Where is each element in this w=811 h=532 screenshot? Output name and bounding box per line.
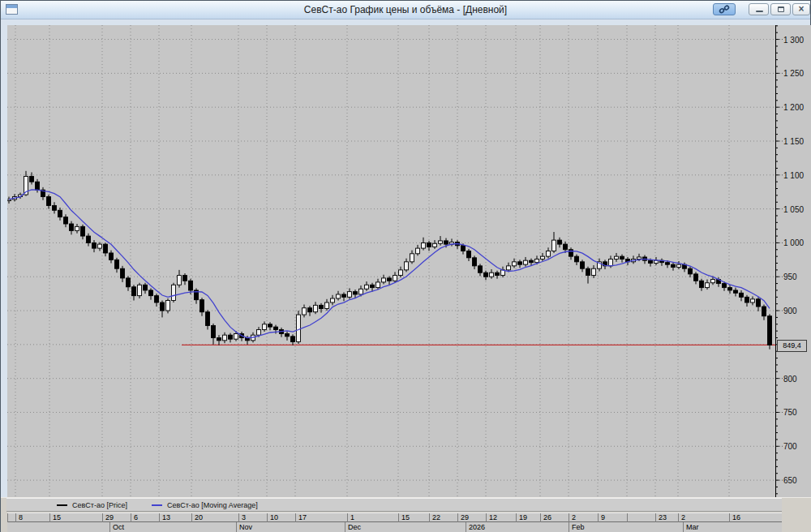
candle-body xyxy=(745,297,749,302)
week-cell xyxy=(7,513,15,522)
chain-icon xyxy=(714,4,735,15)
candle-body xyxy=(274,327,278,329)
ma-series-label: СевСт-ао [Moving Average] xyxy=(167,501,258,509)
candle-body xyxy=(64,217,68,224)
candle-body xyxy=(268,324,272,327)
candle-body xyxy=(200,300,204,312)
candle-body xyxy=(399,270,403,276)
candle-body xyxy=(762,307,766,316)
week-cell: 2 xyxy=(678,513,729,522)
candle-body xyxy=(132,287,136,296)
close-button[interactable]: × xyxy=(792,3,810,15)
candle-body xyxy=(303,308,307,315)
candle-body xyxy=(155,296,159,302)
candle-body xyxy=(700,281,704,287)
candle-body xyxy=(592,268,596,275)
price-series-swatch xyxy=(57,504,67,506)
price-series-label: СевСт-ао [Price] xyxy=(72,501,127,509)
candle-body xyxy=(694,274,698,281)
candle-body xyxy=(297,315,301,341)
candle-body xyxy=(751,299,755,302)
candle-body xyxy=(444,241,448,244)
candle-body xyxy=(615,256,619,259)
price-chart-canvas[interactable] xyxy=(7,25,775,497)
candle-body xyxy=(547,251,551,256)
week-cell: 1 xyxy=(347,513,398,522)
month-label: Feb xyxy=(569,522,585,532)
candle-body xyxy=(331,298,335,302)
week-cell xyxy=(627,513,655,522)
date-axis-months[interactable]: OctNovDec2026FebMar xyxy=(7,522,782,532)
candle-body xyxy=(513,262,517,266)
candle-body xyxy=(768,316,772,345)
candle-body xyxy=(575,256,579,262)
candle-body xyxy=(439,241,443,243)
candle-body xyxy=(206,312,210,326)
candle-body xyxy=(229,335,233,339)
minimize-button[interactable] xyxy=(749,3,769,15)
candle-body xyxy=(416,248,420,254)
candle-body xyxy=(672,264,676,267)
price-axis-ticks xyxy=(775,25,811,497)
restore-button[interactable] xyxy=(770,3,791,15)
week-cell: 17 xyxy=(295,513,347,522)
candle-body xyxy=(314,305,318,311)
candle-body xyxy=(285,333,290,336)
candle-body xyxy=(382,278,386,282)
chart-window: СевСт-ао График цены и объёма - [Дневной… xyxy=(0,0,811,532)
legend-price-series: СевСт-ао [Price] xyxy=(57,501,127,509)
candle-body xyxy=(53,205,57,210)
candle-body xyxy=(478,266,483,272)
candle-body xyxy=(410,254,414,262)
price-axis-label: 650 xyxy=(783,476,797,485)
candle-body xyxy=(757,299,761,307)
week-cell: 3 xyxy=(238,513,267,522)
title-bar[interactable]: СевСт-ао График цены и объёма - [Дневной… xyxy=(1,1,810,19)
candle-body xyxy=(342,294,346,297)
candle-body xyxy=(75,226,79,230)
restore-icon xyxy=(778,6,784,12)
candle-body xyxy=(81,226,85,236)
link-windows-button[interactable] xyxy=(713,3,736,15)
ma-series-swatch xyxy=(152,504,162,506)
candle-body xyxy=(586,268,590,275)
candle-body xyxy=(348,292,352,298)
candle-body xyxy=(393,276,397,281)
close-icon: × xyxy=(793,4,809,15)
month-label: 2026 xyxy=(466,522,485,532)
month-label: Oct xyxy=(109,522,124,532)
candle-body xyxy=(263,324,267,330)
candle-body xyxy=(47,197,51,206)
candle-body xyxy=(178,276,182,285)
candle-body xyxy=(490,272,494,277)
candlestick-plot xyxy=(7,25,775,497)
candle-body xyxy=(530,260,534,263)
week-cell: 15 xyxy=(398,513,429,522)
week-cell: 29 xyxy=(457,513,486,522)
date-axis-weeks[interactable]: 81529613203101711522291219262923216 xyxy=(7,513,782,522)
week-cell: 2 xyxy=(569,513,598,522)
legend-ma-series: СевСт-ао [Moving Average] xyxy=(152,501,258,509)
week-cell: 15 xyxy=(49,513,102,522)
price-axis[interactable]: 1 3001 2501 2001 1501 1001 0501 00095090… xyxy=(775,25,811,497)
candle-body xyxy=(728,288,732,290)
candle-body xyxy=(535,259,539,262)
candle-body xyxy=(689,268,693,274)
candle-body xyxy=(507,266,511,270)
candle-body xyxy=(461,246,466,251)
week-cell: 12 xyxy=(486,513,516,522)
candle-body xyxy=(371,285,375,287)
week-cell: 22 xyxy=(429,513,457,522)
candle-body xyxy=(524,260,528,264)
candle-body xyxy=(189,281,193,290)
candle-body xyxy=(172,285,176,300)
candle-body xyxy=(36,182,40,190)
candle-body xyxy=(422,242,426,248)
candle-body xyxy=(581,262,585,268)
candle-body xyxy=(433,243,437,247)
candle-body xyxy=(496,272,500,275)
price-axis-label: 800 xyxy=(783,375,797,384)
price-axis-label: 1 050 xyxy=(783,205,804,214)
candle-body xyxy=(365,285,369,289)
candle-body xyxy=(354,292,358,294)
